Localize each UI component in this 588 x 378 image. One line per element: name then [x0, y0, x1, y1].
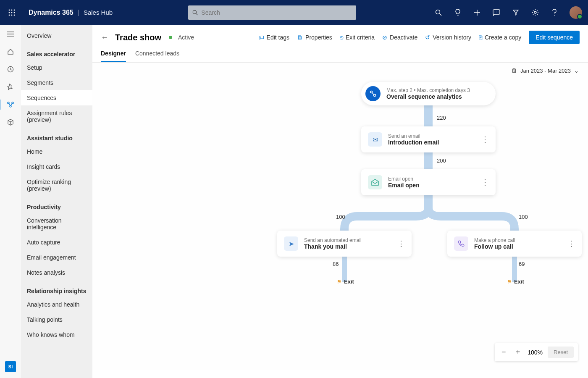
create-copy-action[interactable]: ⎘Create a copy: [479, 34, 521, 41]
edit-sequence-button[interactable]: Edit sequence: [529, 31, 580, 44]
root-title: Overall sequence analytics: [386, 93, 470, 100]
recent-icon[interactable]: [6, 65, 15, 74]
deactivate-action[interactable]: ⊘Deactivate: [382, 34, 417, 41]
svg-point-28: [10, 105, 11, 107]
filter-icon[interactable]: [512, 8, 520, 17]
svg-point-21: [554, 15, 555, 16]
exit-right-label: Exit: [514, 278, 524, 285]
nav-segments[interactable]: Segments: [21, 75, 92, 90]
si-badge: SI: [5, 361, 16, 372]
deactivate-label: Deactivate: [390, 34, 417, 41]
nav-overview[interactable]: Overview: [21, 28, 92, 43]
date-range-picker[interactable]: 🗓 Jan 2023 - Mar 2023 ⌄: [512, 68, 579, 74]
search-icon2[interactable]: [434, 8, 443, 17]
email-open-icon: [368, 175, 382, 189]
nav-notes-analysis[interactable]: Notes analysis: [21, 265, 92, 280]
nav-conversation-intelligence[interactable]: Conversation intelligence: [21, 213, 92, 235]
phone-icon: [454, 236, 468, 251]
page-title: Trade show: [115, 33, 161, 42]
nav-analytics-health[interactable]: Analytics and health: [21, 297, 92, 312]
svg-line-12: [440, 13, 442, 16]
email-icon: ✉: [368, 132, 382, 147]
nav-sequences[interactable]: Sequences: [21, 90, 92, 105]
designer-canvas[interactable]: 🗓 Jan 2023 - Mar 2023 ⌄ Max. step 2 • Ma: [92, 63, 588, 370]
app-launcher-icon[interactable]: [6, 7, 18, 18]
svg-line-10: [196, 13, 198, 15]
step1-title: Introduction email: [388, 139, 439, 146]
settings-icon[interactable]: [531, 8, 539, 17]
side-nav: Overview Sales accelerator Setup Segment…: [21, 25, 92, 378]
date-range-text: Jan 2023 - Mar 2023: [520, 68, 571, 74]
svg-point-8: [14, 14, 15, 16]
branchL-kicker: Send an automated email: [304, 237, 362, 243]
svg-point-27: [12, 102, 13, 104]
edit-tags-action[interactable]: 🏷Edit tags: [258, 34, 289, 41]
zoom-reset-button[interactable]: Reset: [548, 346, 574, 358]
branchR-title: Follow up call: [474, 243, 515, 250]
hamburger-icon[interactable]: [6, 30, 15, 38]
node-introduction-email[interactable]: ✉ Send an email Introduction email ⋮: [361, 126, 496, 152]
global-nav: Dynamics 365 | Sales Hub: [0, 0, 588, 25]
node-overall-analytics[interactable]: Max. step 2 • Max. completion days 3 Ove…: [361, 82, 496, 105]
nav-home[interactable]: Home: [21, 144, 92, 159]
back-button[interactable]: ←: [101, 33, 108, 42]
zoom-controls: − + 100% Reset: [495, 343, 578, 361]
branchL-menu[interactable]: ⋮: [393, 239, 405, 248]
help-icon[interactable]: [550, 8, 559, 17]
nav-email-engagement[interactable]: Email engagement: [21, 250, 92, 265]
zoom-out-button[interactable]: −: [499, 348, 508, 357]
chat-icon[interactable]: [492, 8, 501, 17]
nav-insight-cards[interactable]: Insight cards: [21, 159, 92, 174]
svg-point-6: [9, 14, 10, 16]
pinned-icon[interactable]: [6, 83, 15, 91]
command-bar: ← Trade show Active 🏷Edit tags 🗎Properti…: [92, 25, 588, 44]
nav-assignment-rules[interactable]: Assignment rules (preview): [21, 105, 92, 127]
nav-auto-capture[interactable]: Auto capture: [21, 235, 92, 250]
cube-icon[interactable]: [6, 118, 15, 126]
exit-criteria-action[interactable]: ⎋Exit criteria: [340, 34, 375, 41]
tab-connected-leads[interactable]: Connected leads: [135, 50, 179, 62]
analytics-icon: [365, 86, 381, 101]
app-name[interactable]: Sales Hub: [84, 9, 113, 16]
properties-action[interactable]: 🗎Properties: [297, 34, 332, 41]
global-search[interactable]: [188, 5, 356, 20]
nav-section-assistant-studio: Assistant studio: [21, 127, 92, 144]
exit-count-right: 69: [519, 261, 525, 267]
nav-optimize-ranking[interactable]: Optimize ranking (preview): [21, 174, 92, 196]
send-automated-icon: ➤: [284, 236, 298, 251]
version-history-label: Version history: [433, 34, 471, 41]
node-email-open[interactable]: Email open Email open ⋮: [361, 169, 496, 195]
node-thank-you-mail[interactable]: ➤ Send an automated email Thank you mail…: [277, 231, 412, 257]
sales-accelerator-icon[interactable]: [6, 100, 15, 109]
history-icon: ↺: [425, 34, 430, 41]
user-avatar[interactable]: [570, 6, 582, 19]
exit-right: ⚑Exit: [507, 278, 524, 285]
nav-setup[interactable]: Setup: [21, 60, 92, 75]
flag-icon: ⚑: [337, 279, 341, 285]
search-input[interactable]: [201, 9, 352, 16]
step2-menu[interactable]: ⋮: [477, 178, 489, 187]
version-history-action[interactable]: ↺Version history: [425, 34, 471, 41]
svg-point-3: [9, 12, 10, 13]
tabs: Designer Connected leads: [92, 44, 588, 63]
si-area-switcher[interactable]: SI: [5, 361, 16, 372]
lightbulb-icon[interactable]: [454, 8, 462, 17]
zoom-in-button[interactable]: +: [513, 348, 522, 357]
status-text: Active: [178, 34, 194, 41]
svg-point-17: [494, 11, 495, 12]
nav-talking-points[interactable]: Talking points: [21, 312, 92, 327]
step2-title: Email open: [388, 182, 420, 189]
step1-menu[interactable]: ⋮: [477, 135, 489, 144]
plus-icon[interactable]: [473, 8, 481, 17]
svg-line-35: [372, 93, 374, 94]
svg-point-5: [14, 12, 15, 13]
branchR-menu[interactable]: ⋮: [563, 239, 575, 248]
node-follow-up-call[interactable]: Make a phone call Follow up call ⋮: [447, 231, 582, 257]
svg-point-19: [498, 11, 499, 12]
home-icon[interactable]: [6, 47, 15, 56]
exit-left: ⚑Exit: [337, 278, 354, 285]
calendar-icon: 🗓: [512, 68, 517, 74]
tab-designer[interactable]: Designer: [101, 50, 126, 62]
global-actions: [434, 6, 582, 19]
nav-who-knows-whom[interactable]: Who knows whom: [21, 327, 92, 342]
